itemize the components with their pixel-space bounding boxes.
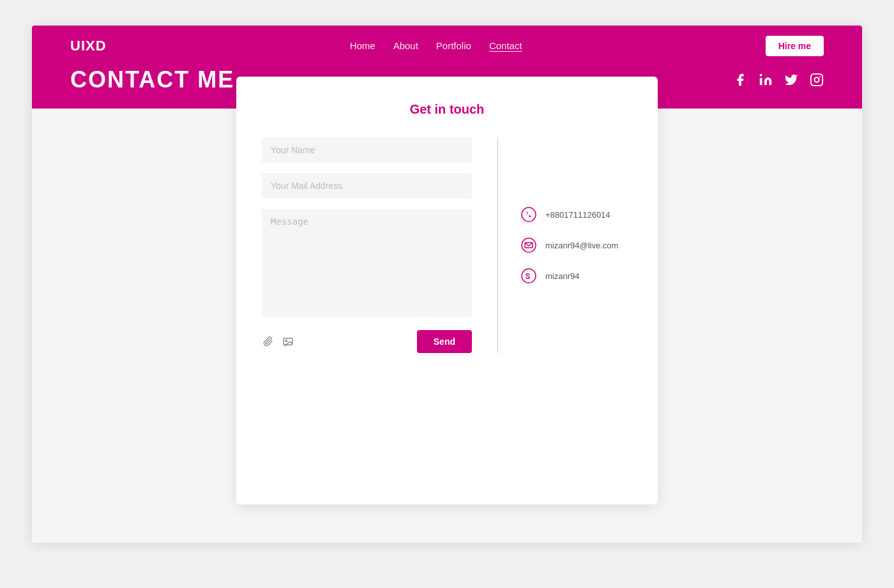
logo: UIXD xyxy=(70,38,107,54)
name-input[interactable] xyxy=(262,137,472,163)
email-input[interactable] xyxy=(262,173,472,199)
svg-rect-4 xyxy=(284,338,292,345)
linkedin-icon[interactable] xyxy=(759,73,773,87)
vertical-divider xyxy=(497,137,498,353)
svg-point-10 xyxy=(529,276,529,276)
message-field-group xyxy=(262,209,472,320)
svg-rect-2 xyxy=(811,74,822,86)
nav-item-home[interactable]: Home xyxy=(350,40,375,52)
contact-info-section: +8801711126014 mizanr94@live.com xyxy=(504,137,632,353)
send-button[interactable]: Send xyxy=(417,330,472,353)
name-field-group xyxy=(262,137,472,163)
form-section: Send xyxy=(262,137,491,353)
phone-number: +8801711126014 xyxy=(545,210,610,220)
page-title: CONTACT ME xyxy=(70,66,234,93)
nav-bar: UIXD Home About Portfolio Contact xyxy=(70,26,824,66)
nav-item-contact[interactable]: Contact xyxy=(489,40,522,52)
nav-links: Home About Portfolio Contact xyxy=(350,40,522,52)
attach-file-button[interactable] xyxy=(262,335,275,348)
nav-link-portfolio[interactable]: Portfolio xyxy=(436,40,471,51)
email-icon xyxy=(520,236,538,254)
nav-item-portfolio[interactable]: Portfolio xyxy=(436,40,471,52)
svg-point-5 xyxy=(285,340,287,342)
skype-icon xyxy=(520,267,538,285)
svg-rect-0 xyxy=(760,78,762,85)
page-wrapper: UIXD Home About Portfolio Contact xyxy=(32,26,862,543)
svg-point-1 xyxy=(760,74,762,77)
svg-point-6 xyxy=(522,207,536,222)
email-address: mizanr94@live.com xyxy=(545,241,618,250)
phone-icon xyxy=(520,206,538,223)
card-title: Get in touch xyxy=(262,102,632,117)
card-inner: Send +880171112601 xyxy=(262,137,632,353)
nav-link-home[interactable]: Home xyxy=(350,40,375,51)
nav-link-contact[interactable]: Contact xyxy=(489,40,522,51)
contact-item-email: mizanr94@live.com xyxy=(520,236,632,254)
skype-handle: mizanr94 xyxy=(545,271,579,281)
main-nav: Home About Portfolio Contact xyxy=(350,40,522,52)
svg-point-7 xyxy=(522,238,536,252)
social-icons xyxy=(733,73,824,87)
nav-link-about[interactable]: About xyxy=(393,40,418,51)
contact-card: Get in touch xyxy=(236,77,658,504)
instagram-icon[interactable] xyxy=(810,73,824,87)
email-field-group xyxy=(262,173,472,199)
nav-item-about[interactable]: About xyxy=(393,40,418,52)
hire-me-button[interactable]: Hire me xyxy=(766,36,824,56)
contact-item-skype: mizanr94 xyxy=(520,267,632,285)
attach-image-button[interactable] xyxy=(281,335,295,348)
facebook-icon[interactable] xyxy=(733,73,747,87)
form-footer: Send xyxy=(262,330,472,353)
main-content: Get in touch xyxy=(32,109,862,543)
message-textarea[interactable] xyxy=(262,209,472,317)
form-attachments xyxy=(262,335,295,348)
twitter-icon[interactable] xyxy=(784,73,798,87)
contact-item-phone: +8801711126014 xyxy=(520,206,632,223)
